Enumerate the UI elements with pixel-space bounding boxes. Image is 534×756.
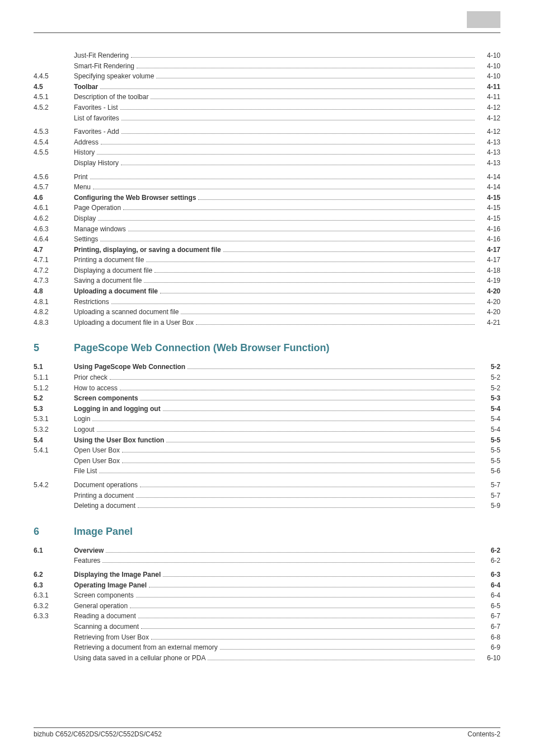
- toc-desc: Manage windows: [74, 224, 477, 235]
- toc-number: 4.5: [34, 82, 74, 92]
- toc-number: 4.5.2: [34, 102, 74, 113]
- toc-number: [34, 466, 74, 477]
- toc-row: Retrieving a document from an external m…: [34, 642, 500, 653]
- toc-number: 6.2: [34, 570, 74, 580]
- toc-leader: [102, 562, 475, 563]
- toc-title: Just-Fit Rendering: [74, 50, 129, 61]
- toc-number: 5.4: [34, 435, 74, 446]
- toc-row: Deleting a document5-9: [34, 501, 500, 511]
- toc-leader: [122, 452, 475, 452]
- toc-row: 4.5.5History4-13: [34, 147, 500, 158]
- toc-row: 6.3.1Screen components6-4: [34, 590, 500, 601]
- toc-number: [34, 501, 74, 511]
- toc-desc: Menu: [74, 182, 477, 193]
- toc-page: 5-7: [477, 480, 500, 491]
- toc-page: 4-20: [477, 307, 500, 318]
- toc-row: 4.5Toolbar4-11: [34, 82, 500, 92]
- toc-desc: History: [74, 147, 477, 158]
- toc-leader: [196, 324, 475, 325]
- toc-page: 5-5: [477, 435, 500, 446]
- toc-row: Scanning a document6-7: [34, 622, 500, 632]
- toc-title: Page Operation: [74, 203, 121, 213]
- toc-number: [34, 642, 74, 653]
- toc-leader: [121, 165, 475, 165]
- toc-desc: Favorites - List: [74, 102, 477, 113]
- toc-page: 6-8: [477, 632, 500, 643]
- toc-title: Printing a document: [74, 491, 134, 501]
- toc-row: 6.3.2General operation6-5: [34, 601, 500, 612]
- toc-leader: [140, 400, 475, 400]
- toc-row: 5.1.2How to access5-2: [34, 383, 500, 394]
- toc-row: 4.5.6Print4-14: [34, 172, 500, 183]
- toc-page: 4-14: [477, 172, 500, 183]
- toc-page: 4-16: [477, 224, 500, 235]
- toc-row: 6.1Overview6-2: [34, 545, 500, 556]
- toc-leader: [122, 463, 475, 463]
- toc-number: 5.3.2: [34, 424, 74, 435]
- toc-title: Logout: [74, 424, 95, 435]
- toc-number: 4.8.1: [34, 297, 74, 307]
- toc-row: 5.3Logging in and logging out5-4: [34, 404, 500, 414]
- toc-page: 5-5: [477, 445, 500, 456]
- toc-title: Open User Box: [74, 445, 120, 456]
- toc-title: Operating Image Panel: [74, 580, 147, 591]
- toc-title: Uploading a scanned document file: [74, 307, 179, 318]
- toc-leader: [163, 576, 475, 577]
- toc-leader: [100, 88, 475, 89]
- toc-desc: Scanning a document: [74, 622, 477, 632]
- toc-desc: Open User Box: [74, 456, 477, 466]
- toc-leader: [110, 379, 475, 380]
- toc-title: Document operations: [74, 480, 138, 491]
- toc-leader: [97, 154, 475, 155]
- toc-row: List of favorites4-12: [34, 113, 500, 124]
- toc-title: Uploading a document file in a User Box: [74, 318, 194, 328]
- toc-title: Retrieving from User Box: [74, 632, 149, 643]
- toc-title: Overview: [74, 545, 104, 556]
- chapter-number: 5: [34, 342, 74, 354]
- toc-number: 4.8: [34, 286, 74, 297]
- toc-leader: [136, 497, 475, 498]
- toc-row: Using data saved in a cellular phone or …: [34, 653, 500, 664]
- toc-page: 4-13: [477, 158, 500, 169]
- toc-page: 4-12: [477, 102, 500, 113]
- toc-row: 6.3Operating Image Panel6-4: [34, 580, 500, 591]
- toc-title: File List: [74, 466, 97, 477]
- toc-desc: Toolbar: [74, 82, 477, 92]
- toc-page: 5-9: [477, 501, 500, 511]
- toc-leader: [120, 109, 475, 110]
- toc-title: Reading a document: [74, 611, 136, 622]
- toc-desc: Features: [74, 556, 477, 566]
- toc-page: 4-18: [477, 265, 500, 276]
- toc-row: Retrieving from User Box6-8: [34, 632, 500, 643]
- toc-leader: [136, 597, 475, 598]
- toc-leader: [138, 507, 475, 508]
- toc-title: Using PageScope Web Connection: [74, 362, 185, 372]
- toc-row: 5.4.2Document operations5-7: [34, 480, 500, 491]
- toc-leader: [101, 144, 475, 144]
- toc-leader: [198, 199, 475, 200]
- toc-number: 5.2: [34, 393, 74, 404]
- toc-desc: Page Operation: [74, 203, 477, 213]
- toc-desc: Logout: [74, 424, 477, 435]
- toc-page: 4-12: [477, 127, 500, 137]
- toc-leader: [223, 251, 475, 252]
- toc-number: 6.3.2: [34, 601, 74, 612]
- toc-page: 5-2: [477, 372, 500, 383]
- toc-title: Display History: [74, 158, 119, 169]
- toc-leader: [188, 368, 475, 369]
- toc-leader: [208, 660, 475, 660]
- toc-title: Deleting a document: [74, 501, 135, 511]
- toc-row: 4.8Uploading a document file4-20: [34, 286, 500, 297]
- toc-page: 5-4: [477, 414, 500, 424]
- toc-desc: Deleting a document: [74, 501, 477, 511]
- toc-leader: [140, 487, 475, 487]
- toc-page: 4-10: [477, 71, 500, 82]
- toc-title: Restrictions: [74, 297, 109, 307]
- toc-row: 4.5.7Menu4-14: [34, 182, 500, 193]
- toc-page: 6-4: [477, 590, 500, 601]
- toc-number: 4.8.2: [34, 307, 74, 318]
- toc-row: 5.1Using PageScope Web Connection5-2: [34, 362, 500, 372]
- toc-leader: [166, 442, 475, 442]
- toc-leader: [111, 304, 475, 304]
- toc-title: Features: [74, 556, 100, 566]
